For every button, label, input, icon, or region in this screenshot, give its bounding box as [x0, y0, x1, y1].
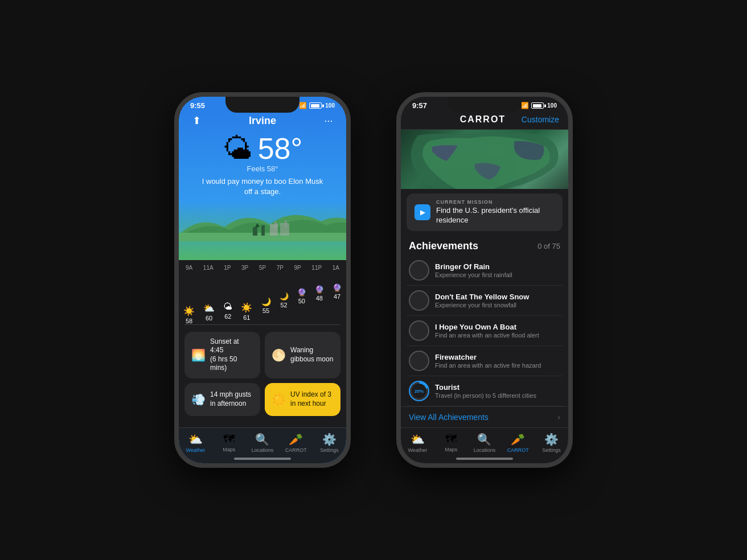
wifi-icon-2: 📶 — [521, 102, 529, 109]
status-icons-1: 📶 100 — [288, 102, 335, 109]
achievement-tourist[interactable]: 20% Tourist Travel (in person) to 5 diff… — [407, 376, 563, 406]
achievement-yellow-snow[interactable]: Don't Eat The Yellow Snow Experience you… — [407, 286, 563, 316]
wind-icon: 💨 — [191, 393, 206, 406]
mission-label: CURRENT MISSION — [436, 199, 555, 205]
tab-maps[interactable]: 🗺 Maps — [212, 433, 246, 453]
customize-button[interactable]: Customize — [522, 115, 559, 124]
tab2-locations-icon: 🔍 — [477, 433, 491, 446]
hour-label-3: 3P — [241, 265, 248, 271]
svg-rect-4 — [274, 222, 277, 228]
tab-settings[interactable]: ⚙️ Settings — [313, 433, 346, 453]
status-bar-1: 9:55 📶 100 — [179, 97, 346, 112]
achievement-text-2: I Hope You Own A Boat Find an area with … — [435, 323, 539, 339]
tab2-carrot[interactable]: 🥕 CARROT — [501, 433, 535, 453]
achievements-title: Achievements — [409, 240, 478, 252]
tab2-maps-label: Maps — [445, 447, 457, 452]
view-all-row[interactable]: View All Achievements › — [401, 406, 568, 427]
signal-icon-2 — [510, 103, 519, 109]
tab2-locations[interactable]: 🔍 Locations — [468, 433, 502, 453]
achievement-circle-3 — [409, 351, 429, 371]
tab-settings-label: Settings — [320, 447, 339, 453]
weather-top: ⬆ Irvine ··· 🌤 58° Feels 58° I would pay… — [179, 112, 346, 260]
tab2-weather[interactable]: ⛅ Weather — [401, 433, 434, 453]
achievement-desc-1: Experience your first snowfall — [435, 302, 529, 308]
uv-icon: ☀️ — [272, 393, 286, 406]
mission-text: CURRENT MISSION Find the U.S. president'… — [436, 199, 555, 225]
landscape — [179, 201, 346, 241]
sunset-icon: 🌅 — [191, 348, 206, 362]
tab-settings-icon: ⚙️ — [322, 433, 336, 446]
tab-locations[interactable]: 🔍 Locations — [246, 433, 280, 453]
achievement-text-0: Bringer Of Rain Experience your first ra… — [435, 262, 512, 278]
scene: 9:55 📶 100 — [0, 0, 747, 560]
achievements-header: Achievements 0 of 75 — [401, 236, 568, 256]
city-name: Irvine — [205, 115, 320, 127]
tab2-maps-icon: 🗺 — [445, 433, 457, 446]
weather-quote: I would pay money to boo Elon Musk off a… — [188, 176, 337, 197]
hour-label-8: 1A — [333, 265, 339, 271]
divider — [184, 324, 340, 325]
view-all-text[interactable]: View All Achievements — [409, 413, 489, 422]
tab2-settings[interactable]: ⚙️ Settings — [535, 433, 568, 453]
hourly-item-7: 🔮48 — [315, 285, 324, 324]
achievement-name-4: Tourist — [435, 383, 536, 392]
achievement-text-1: Don't Eat The Yellow Snow Experience you… — [435, 293, 529, 308]
home-indicator-2 — [456, 458, 513, 460]
svg-rect-6 — [285, 220, 287, 227]
carrot-screen: 9:57 📶 100 CA — [401, 97, 568, 463]
more-icon[interactable]: ··· — [320, 115, 337, 127]
weather-header: ⬆ Irvine ··· — [188, 112, 337, 130]
achievement-circle-1 — [409, 290, 429, 311]
tab-locations-label: Locations — [252, 447, 274, 453]
carrot-title: CARROT — [444, 114, 522, 125]
carrot-header: CARROT Customize — [401, 112, 568, 130]
wifi-icon: 📶 — [299, 102, 307, 109]
tab-carrot-label: CARROT — [285, 447, 307, 453]
achievements-count: 0 of 75 — [537, 242, 560, 250]
widget-uv[interactable]: ☀️ UV index of 3 in next hour — [265, 383, 340, 416]
achievement-firewatcher[interactable]: Firewatcher Find an area with an active … — [407, 346, 563, 376]
widget-wind[interactable]: 💨 14 mph gusts in afternoon — [184, 383, 260, 416]
tab-weather-label: Weather — [186, 447, 205, 453]
mission-card[interactable]: ▶ CURRENT MISSION Find the U.S. presiden… — [407, 193, 563, 231]
hour-label-1: 11A — [203, 265, 214, 271]
tab-locations-icon: 🔍 — [255, 433, 269, 446]
hour-label-0: 9A — [186, 265, 192, 271]
moon-icon: 🌕 — [272, 348, 286, 362]
tab-carrot-icon: 🥕 — [289, 433, 303, 446]
share-icon[interactable]: ⬆ — [188, 114, 205, 127]
tab-carrot[interactable]: 🥕 CARROT — [279, 433, 313, 453]
achievement-circle-0 — [409, 260, 429, 281]
svg-rect-2 — [261, 225, 265, 236]
hourly-item-4: 🌙55 — [261, 297, 271, 324]
hour-label-2: 1P — [224, 265, 231, 271]
widget-sunset[interactable]: 🌅 Sunset at 4:45(6 hrs 50 mins) — [184, 332, 260, 378]
achievement-bringer-of-rain[interactable]: Bringer Of Rain Experience your first ra… — [407, 256, 563, 286]
weather-icon: 🌤 — [223, 134, 252, 163]
hourly-labels: 9A 11A 1P 3P 5P 7P 9P 11P 1A — [179, 265, 346, 271]
hourly-item-3: ☀️61 — [241, 302, 252, 324]
tab2-settings-icon: ⚙️ — [544, 433, 559, 446]
achievement-desc-2: Find an area with an active flood alert — [435, 332, 539, 339]
time-2: 9:57 — [412, 101, 427, 110]
tab2-maps[interactable]: 🗺 Maps — [434, 433, 468, 453]
hourly-item-2: 🌤62 — [223, 302, 232, 324]
tab2-weather-label: Weather — [408, 447, 427, 453]
battery-icon — [309, 102, 322, 109]
tab-weather[interactable]: ⛅ Weather — [179, 433, 212, 453]
status-icons-2: 📶 100 — [510, 102, 557, 109]
temperature: 58° — [258, 134, 303, 163]
achievement-text-3: Firewatcher Find an area with an active … — [435, 353, 541, 369]
widget-moon[interactable]: 🌕 Waning gibbous moon — [265, 332, 340, 378]
tab-maps-icon: 🗺 — [223, 433, 235, 446]
battery-icon-2 — [531, 102, 544, 109]
hourly-row: ☀️58 ⛅60 🌤62 ☀️61 🌙55 🌙52 🔮50 🔮48 🔮47 — [179, 273, 346, 324]
weather-main: 🌤 58° — [188, 130, 337, 164]
widget-wind-text: 14 mph gusts in afternoon — [210, 390, 253, 408]
tab2-carrot-label: CARROT — [507, 447, 529, 453]
hourly-item-0: ☀️58 — [183, 306, 195, 324]
hour-label-6: 9P — [294, 265, 301, 271]
tab2-weather-icon: ⛅ — [411, 433, 425, 446]
mission-play-icon[interactable]: ▶ — [414, 204, 430, 220]
achievement-boat[interactable]: I Hope You Own A Boat Find an area with … — [407, 316, 563, 346]
